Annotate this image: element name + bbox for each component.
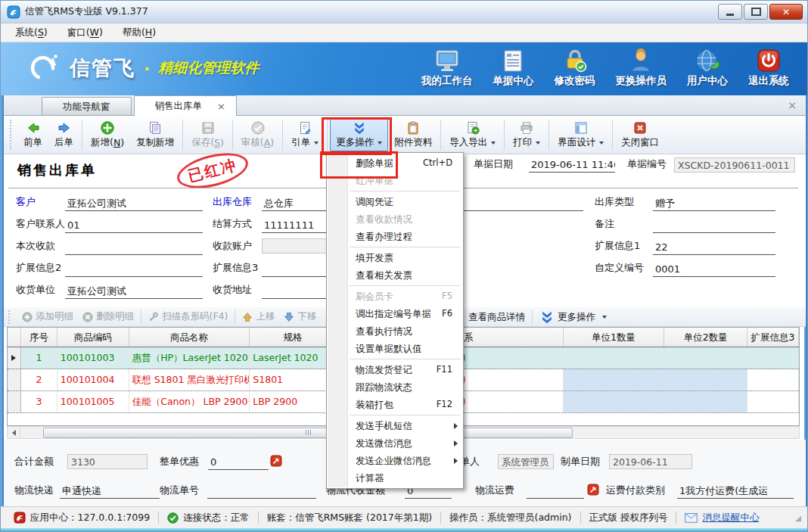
doc-date-label: 单据日期 [474,154,513,174]
column-header-序号: 序号 [21,328,57,347]
close-button[interactable]: ✕ [769,4,803,20]
menubar-item-0[interactable]: 系统(S) [5,24,57,42]
menu-item-发送企业微信消息[interactable]: 发送企业微信消息 [327,452,463,469]
adjust-tool-icon[interactable] [270,455,282,467]
field-label-扩展信息1: 扩展信息1 [595,236,640,256]
workstation-monitor-icon [434,48,460,73]
footer-value-物流快递[interactable]: 申通快递 [60,483,160,499]
banner-action-我的工作台[interactable]: 我的工作台 [421,48,473,88]
toolbar-button-引单[interactable]: 引单 [285,118,325,151]
menu-item-查看相关发票[interactable]: 查看相关发票 [327,266,463,284]
field-label-客户: 客户 [16,192,36,212]
toolbar-separator [612,120,613,151]
table-cell [664,347,747,369]
table-cell: 1 [21,347,57,369]
main-toolbar: 前单后单新增(N)复制新增保存(S)审核(A)引单更多操作附件资料导入导出打印界… [4,116,806,154]
menu-item-调阅凭证[interactable]: 调阅凭证 [327,193,463,210]
field-value-扩展信息1[interactable]: 22 [653,239,775,255]
toolbar-button-后单[interactable]: 后单 [48,118,79,151]
banner-action-修改密码[interactable]: 修改密码 [555,48,595,88]
submenu-arrow-icon [454,440,458,446]
toolbar-button-关闭窗口[interactable]: 关闭窗口 [615,118,665,151]
doc-date-value[interactable]: 2019-06-11 11:46 [529,157,615,173]
grid-toolbar-button-更多操作[interactable]: 更多操作 [535,310,611,325]
brand-name: 信管飞 [70,54,135,82]
doc-number-value: XSCKD-20190611-0011 [674,157,795,173]
toolbar-separator [182,120,183,151]
prev-arrow-icon [26,120,41,135]
tab-功能导航窗[interactable]: 功能导航窗 [42,97,132,115]
scrollbar-thumb[interactable] [43,428,573,438]
user-center-globe-icon [695,48,720,73]
menu-item-设置单据默认值[interactable]: 设置单据默认值 [327,340,463,357]
menubar-item-2[interactable]: 帮助(H) [113,24,166,42]
footer-value-物流单号[interactable] [207,483,316,499]
field-value-客户[interactable]: 亚拓公司测试 [65,195,203,211]
footer-value-运费付款类别[interactable]: 1我方付运费(生成运 [677,483,794,499]
tabstrip-close-icon[interactable]: × [788,99,797,111]
toolbar-button-界面设计[interactable]: 界面设计 [552,118,610,151]
brand-slogan: 精细化管理软件 [158,58,259,78]
footer-value-制单日期: 2019-06-11 [609,454,692,469]
menu-item-发送微信消息[interactable]: 发送微信消息 [327,434,463,452]
menu-item-查看执行情况[interactable]: 查看执行情况 [327,322,463,340]
menu-item-物流发货登记[interactable]: 物流发货登记F11 [327,361,463,378]
toolbar-button-复制新增[interactable]: 复制新增 [130,118,180,151]
menubar-item-1[interactable]: 窗口(W) [57,24,113,42]
scroll-left-button[interactable] [8,427,20,438]
toolbar-button-新增(N)[interactable]: 新增(N) [85,118,130,151]
menu-item-装箱打包[interactable]: 装箱打包F12 [327,396,463,413]
toolbar-button-前单[interactable]: 前单 [17,118,48,151]
row-marker-cell [8,369,21,390]
footer-value-整单优惠[interactable]: 0 [208,454,269,470]
menu-item-查看办理过程[interactable]: 查看办理过程 [327,228,463,245]
field-value-收货单位[interactable]: 亚拓公司测试 [65,283,203,299]
toolbar-button-label: 引单 [291,136,319,149]
window-border-bottom [1,528,807,532]
field-label-自定义编号: 自定义编号 [595,258,644,278]
toolbar-button-打印[interactable]: 打印 [507,118,546,151]
footer-value-物流运费[interactable] [527,483,584,499]
copy-new-icon [148,120,163,135]
menu-item-填开发票[interactable]: 填开发票 [327,249,463,266]
banner-action-用户中心[interactable]: 用户中心 [687,48,728,88]
menu-bar: 系统(S)窗口(W)帮助(H) [1,23,807,42]
power-exit-icon [756,48,782,73]
adjust-tool-icon[interactable] [587,484,599,496]
field-label-扩展信息3: 扩展信息3 [213,258,258,278]
toolbar-button-更多操作[interactable]: 更多操作 [330,118,388,151]
grid-toolbar-label: 查看商品详情 [468,311,525,324]
banner-action-退出系统[interactable]: 退出系统 [748,48,789,88]
submenu-arrow-icon [454,458,458,464]
attachment-clipboard-icon [406,120,421,135]
field-value-备注[interactable] [653,217,775,233]
field-value-客户联系人[interactable]: 01 [65,217,203,233]
field-value-自定义编号[interactable]: 0001 [653,261,775,277]
menu-item-调出指定编号单据[interactable]: 调出指定编号单据F6 [327,305,463,322]
field-value-出库类型[interactable]: 赠予 [653,195,775,211]
field-label-备注: 备注 [595,214,614,234]
menu-item-计算器[interactable]: 计算器 [327,469,463,487]
toolbar-button-附件资料[interactable]: 附件资料 [388,118,438,151]
column-header-marker [8,328,21,347]
maximize-button[interactable] [744,4,768,20]
field-value-扩展信息2[interactable] [65,261,203,277]
field-label-扩展信息2: 扩展信息2 [16,258,61,278]
menu-item-删除单据[interactable]: 删除单据Ctrl+D [327,154,463,172]
table-cell [564,369,665,390]
grid-toolbar-button-删除明细: 删除明细 [78,310,138,323]
field-value-本次收款[interactable] [65,239,203,255]
statusbar-item-5[interactable]: 消息提醒中心 [676,512,767,524]
minimize-button[interactable] [718,4,742,20]
tab-销售出库单[interactable]: 销售出库单× [134,95,237,116]
banner-action-更换操作员[interactable]: 更换操作员 [616,48,667,88]
tab-close-icon[interactable]: × [217,101,225,111]
grid-toolbar-button-上移: 上移 [238,310,279,323]
toolbar-button-label: 导入导出 [449,136,496,149]
menu-item-跟踪物流状态[interactable]: 跟踪物流状态 [327,378,463,396]
row-marker-cell [8,347,21,369]
banner-action-单据中心[interactable]: 单据中心 [493,48,534,88]
menu-item-发送手机短信[interactable]: 发送手机短信 [327,417,463,434]
toolbar-button-导入导出[interactable]: 导入导出 [443,118,502,151]
grid-toolbar-button-查看商品详情[interactable]: 查看商品详情 [464,311,530,324]
